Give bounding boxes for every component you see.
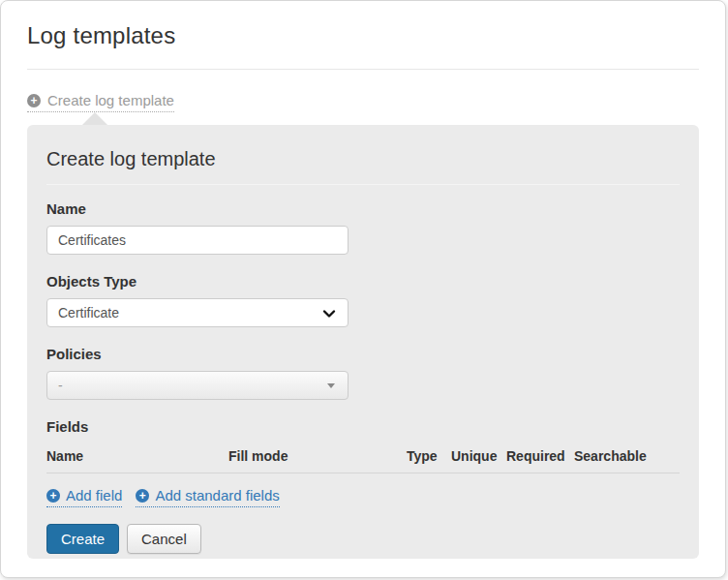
form-actions: Create Cancel <box>46 524 680 554</box>
title-divider <box>27 69 699 70</box>
caret-down-icon <box>327 383 335 388</box>
policies-label: Policies <box>46 346 680 362</box>
add-standard-fields-link[interactable]: + Add standard fields <box>136 487 279 507</box>
add-field-label: Add field <box>66 487 122 504</box>
create-log-template-panel: Create log template Name Objects Type Ce… <box>27 125 699 559</box>
create-log-template-label: Create log template <box>47 92 174 108</box>
fields-table: Name Fill mode Type Unique Required Sear… <box>46 439 680 473</box>
add-links-row: + Add field + Add standard fields <box>46 487 680 507</box>
name-form-group: Name <box>46 200 680 255</box>
policies-selected-value: - <box>58 378 63 393</box>
column-header-fill-mode: Fill mode <box>228 439 407 473</box>
page-title: Log templates <box>27 22 699 49</box>
fields-label: Fields <box>46 418 680 435</box>
plus-circle-icon: + <box>27 94 41 107</box>
objects-type-form-group: Objects Type Certificate <box>46 273 680 327</box>
column-header-searchable: Searchable <box>574 439 680 473</box>
panel-pointer-triangle <box>82 112 107 125</box>
fields-table-header-row: Name Fill mode Type Unique Required Sear… <box>46 439 680 473</box>
chevron-down-icon <box>322 307 336 323</box>
create-button[interactable]: Create <box>46 524 119 554</box>
column-header-type: Type <box>407 439 451 473</box>
policies-select[interactable]: - <box>46 371 349 400</box>
plus-circle-icon: + <box>136 489 149 503</box>
form-title: Create log template <box>46 144 680 185</box>
plus-circle-icon: + <box>46 489 60 503</box>
add-field-link[interactable]: + Add field <box>46 487 122 507</box>
policies-form-group: Policies - <box>46 346 680 400</box>
objects-type-selected-value: Certificate <box>58 305 119 321</box>
objects-type-select[interactable]: Certificate <box>46 298 349 327</box>
column-header-name: Name <box>46 439 228 473</box>
column-header-required: Required <box>506 439 574 473</box>
name-label: Name <box>46 200 680 217</box>
create-log-template-link[interactable]: + Create log template <box>27 92 174 112</box>
page-container: Log templates + Create log template Crea… <box>0 0 726 578</box>
objects-type-label: Objects Type <box>46 273 680 290</box>
column-header-unique: Unique <box>451 439 506 473</box>
name-input[interactable] <box>46 226 349 255</box>
cancel-button[interactable]: Cancel <box>127 524 201 554</box>
add-standard-fields-label: Add standard fields <box>155 487 279 504</box>
